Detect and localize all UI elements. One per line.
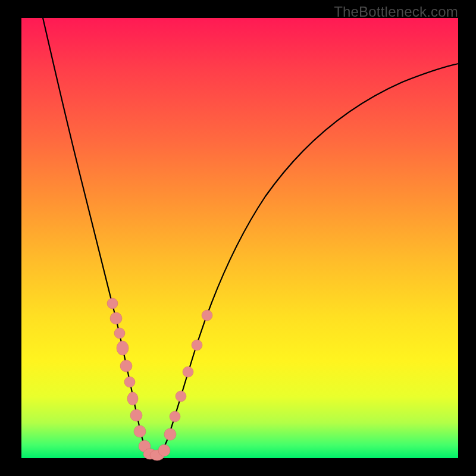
svg-point-5 xyxy=(124,377,135,387)
svg-point-8 xyxy=(134,425,146,437)
svg-point-15 xyxy=(176,391,186,402)
svg-point-4 xyxy=(120,360,132,372)
svg-point-12 xyxy=(158,444,170,456)
svg-point-2 xyxy=(114,328,125,339)
chart-frame: TheBottleneck.com xyxy=(0,0,476,476)
svg-point-14 xyxy=(170,411,180,422)
svg-point-6 xyxy=(127,392,138,405)
svg-point-18 xyxy=(202,310,212,321)
sample-dots xyxy=(107,298,212,461)
bottleneck-curve xyxy=(21,18,458,458)
svg-point-17 xyxy=(192,340,202,350)
svg-point-3 xyxy=(117,341,129,355)
svg-point-7 xyxy=(130,409,142,421)
curve-path xyxy=(43,18,458,457)
plot-area xyxy=(21,18,458,458)
svg-point-0 xyxy=(107,298,118,309)
svg-point-13 xyxy=(164,428,176,440)
svg-point-1 xyxy=(110,312,122,324)
svg-point-16 xyxy=(183,367,193,377)
